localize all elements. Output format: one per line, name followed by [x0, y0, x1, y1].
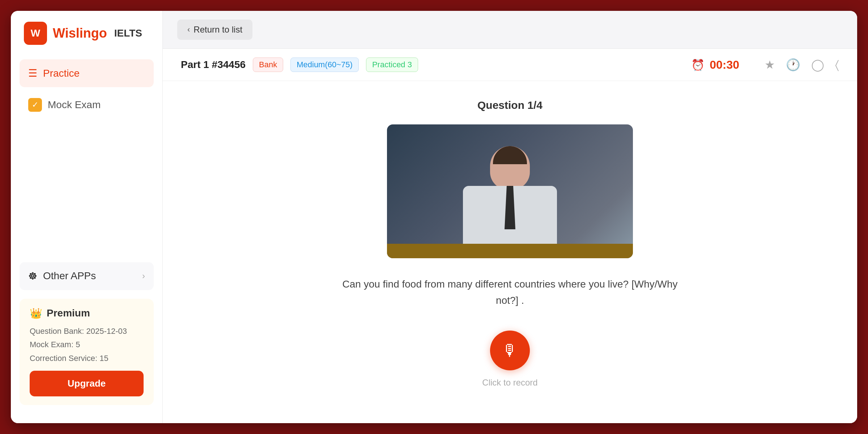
interviewer-image: [387, 124, 633, 258]
premium-title: 👑 Premium: [30, 307, 144, 319]
practice-icon: ☰: [28, 67, 37, 79]
premium-card: 👑 Premium Question Bank: 2025-12-03 Mock…: [20, 299, 154, 405]
notification-icon[interactable]: ◯: [811, 58, 824, 72]
sidebar-item-mock-exam[interactable]: ✓ Mock Exam: [20, 90, 154, 120]
other-apps-label: Other APPs: [43, 270, 136, 282]
sidebar-item-practice-label: Practice: [43, 68, 80, 79]
mock-exam-info: Mock Exam: 5: [30, 338, 144, 351]
premium-label: Premium: [47, 307, 90, 319]
timer: ⏰ 00:30: [691, 58, 739, 72]
chevron-right-icon: ›: [142, 271, 145, 281]
person-head: [490, 146, 530, 190]
record-button[interactable]: 🎙: [490, 331, 530, 370]
mock-exam-icon: ✓: [28, 98, 42, 112]
star-icon[interactable]: ★: [765, 58, 775, 72]
question-bank-info: Question Bank: 2025-12-03: [30, 324, 144, 338]
other-apps-item[interactable]: ☸ Other APPs ›: [20, 262, 154, 290]
app-window: W Wislingo IELTS ☰ Practice ✓ Mock Exam …: [11, 11, 857, 423]
sidebar-bottom: ☸ Other APPs › 👑 Premium Question Bank: …: [11, 262, 162, 412]
app-logo-icon: W: [24, 22, 47, 45]
badge-medium: Medium(60~75): [290, 58, 359, 72]
table-surface: [387, 244, 633, 258]
main-layout: W Wislingo IELTS ☰ Practice ✓ Mock Exam …: [11, 11, 857, 423]
timer-icon: ⏰: [691, 59, 705, 71]
app-logo-subtitle: IELTS: [114, 27, 142, 39]
person-hair: [493, 146, 527, 164]
app-logo-name: Wislingo: [53, 26, 107, 41]
header-actions: ★ 🕐 ◯ 〈: [765, 58, 839, 72]
sidebar-item-practice[interactable]: ☰ Practice: [20, 59, 154, 87]
question-text: Can you find food from many different co…: [336, 276, 684, 309]
question-label: Question 1/4: [477, 99, 542, 111]
premium-info: Question Bank: 2025-12-03 Mock Exam: 5 C…: [30, 324, 144, 365]
person-tie: [505, 186, 515, 229]
main-content: ‹ Return to list Part 1 #34456 Bank Medi…: [163, 11, 857, 423]
microphone-icon: 🎙: [502, 341, 518, 359]
record-label: Click to record: [482, 378, 537, 388]
sidebar-nav: ☰ Practice ✓ Mock Exam: [11, 59, 162, 120]
return-label: Return to list: [193, 25, 242, 35]
badge-bank: Bank: [253, 58, 283, 72]
sidebar-logo: W Wislingo IELTS: [11, 22, 162, 45]
exercise-header: Part 1 #34456 Bank Medium(60~75) Practic…: [163, 49, 857, 81]
correction-service-info: Correction Service: 15: [30, 352, 144, 365]
interviewer-figure: [387, 124, 633, 258]
other-apps-icon: ☸: [28, 270, 37, 282]
sidebar: W Wislingo IELTS ☰ Practice ✓ Mock Exam …: [11, 11, 163, 423]
crown-icon: 👑: [30, 307, 42, 319]
top-nav: ‹ Return to list: [163, 11, 857, 49]
chevron-left-icon: ‹: [187, 25, 190, 34]
return-to-list-button[interactable]: ‹ Return to list: [177, 20, 252, 40]
person-container: [463, 146, 557, 258]
timer-value: 00:30: [710, 58, 739, 72]
history-icon[interactable]: 🕐: [786, 58, 800, 72]
question-area: Question 1/4: [163, 81, 857, 423]
bookmark-icon[interactable]: 〈: [835, 58, 839, 72]
upgrade-button[interactable]: Upgrade: [30, 371, 144, 396]
sidebar-item-mock-exam-label: Mock Exam: [48, 99, 101, 111]
exercise-id: Part 1 #34456: [181, 59, 246, 71]
badge-practiced: Practiced 3: [366, 58, 418, 72]
